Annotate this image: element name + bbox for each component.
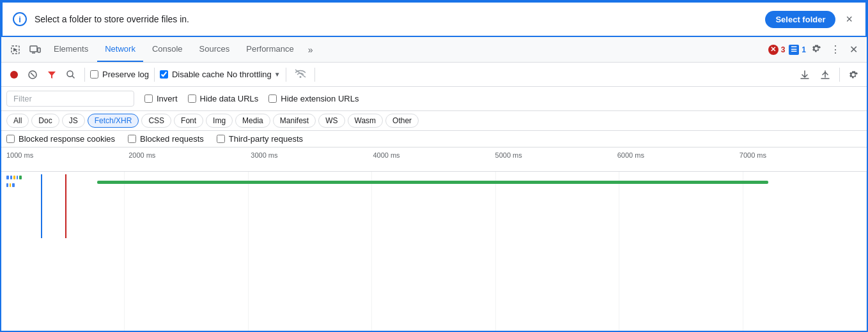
- filter-type-manifest[interactable]: Manifest: [273, 114, 316, 128]
- mini-bar2-2: [10, 183, 11, 187]
- toolbar-divider-2: [154, 68, 155, 82]
- more-options-button[interactable]: ⋮: [826, 41, 844, 58]
- select-folder-button[interactable]: Select folder: [765, 11, 835, 28]
- timeline-label-5: 6000 ms: [617, 151, 740, 159]
- info-badge: ☰ 1: [789, 45, 806, 55]
- tab-console[interactable]: Console: [144, 37, 190, 62]
- waterfall-grid: [1, 172, 867, 331]
- timeline-label-1: 2000 ms: [128, 151, 251, 159]
- filter-row: Invert Hide data URLs Hide extension URL…: [1, 87, 867, 111]
- timeline-label-0: 1000 ms: [6, 151, 128, 159]
- tab-sources[interactable]: Sources: [192, 37, 238, 62]
- waterfall-area: [1, 172, 867, 331]
- hide-data-urls-label[interactable]: Hide data URLs: [188, 94, 259, 103]
- disable-cache-checkbox[interactable]: [160, 70, 168, 79]
- wifi-icon: [294, 68, 307, 81]
- blocked-row: Blocked response cookies Blocked request…: [1, 131, 867, 147]
- filter-type-fetch_xhr[interactable]: Fetch/XHR: [88, 114, 139, 128]
- error-icon: ✕: [768, 45, 779, 55]
- settings-button[interactable]: [807, 41, 825, 59]
- info-icon: i: [13, 12, 27, 26]
- toolbar-divider-3: [286, 68, 286, 82]
- filter-type-ws[interactable]: WS: [318, 114, 345, 128]
- waterfall-col-6: [619, 172, 743, 331]
- cursor-icon-button[interactable]: [6, 42, 24, 57]
- svg-line-8: [72, 75, 75, 78]
- disable-cache-label[interactable]: Disable cache: [160, 70, 224, 79]
- filter-type-other[interactable]: Other: [385, 114, 419, 128]
- filter-type-media[interactable]: Media: [235, 114, 270, 128]
- throttle-select[interactable]: No throttling ▼: [227, 70, 281, 79]
- export-button[interactable]: [816, 66, 834, 83]
- mini-bar-3: [13, 176, 15, 179]
- toolbar: Preserve log Disable cache No throttling…: [1, 63, 867, 87]
- mini-bar-5: [19, 176, 22, 179]
- error-badge: ✕ 3: [768, 45, 786, 55]
- filter-type-css[interactable]: CSS: [141, 114, 171, 128]
- record-button[interactable]: [6, 68, 22, 82]
- toolbar-divider-1: [84, 68, 85, 82]
- mini-bars-row1: [6, 176, 32, 182]
- mini-bar-2: [10, 176, 12, 179]
- preserve-log-label[interactable]: Preserve log: [90, 70, 149, 79]
- waterfall-col-7: [743, 172, 867, 331]
- blocked-cookies-checkbox[interactable]: [6, 135, 15, 143]
- svg-rect-2: [38, 48, 40, 52]
- filter-type-img[interactable]: Img: [206, 114, 233, 128]
- filter-input[interactable]: [6, 91, 134, 107]
- hide-extension-urls-label[interactable]: Hide extension URLs: [268, 94, 359, 103]
- tab-bar: Elements Network Console Sources Perform…: [1, 37, 867, 63]
- svg-point-4: [10, 71, 18, 79]
- waterfall-col-1: [1, 172, 125, 331]
- filter-type-doc[interactable]: Doc: [31, 114, 59, 128]
- filter-type-js[interactable]: JS: [62, 114, 85, 128]
- toolbar-divider-5: [839, 68, 840, 82]
- devtools-window: i Select a folder to store override file…: [0, 0, 868, 332]
- timeline-label-3: 4000 ms: [373, 151, 495, 159]
- invert-label[interactable]: Invert: [144, 94, 178, 103]
- filter-type-font[interactable]: Font: [174, 114, 203, 128]
- mini-bar-4: [17, 176, 18, 179]
- filter-types-row: AllDocJSFetch/XHRCSSFontImgMediaManifest…: [1, 111, 867, 131]
- filter-type-all[interactable]: All: [6, 114, 29, 128]
- blocked-requests-checkbox[interactable]: [128, 135, 136, 143]
- filter-icon-button[interactable]: [43, 67, 60, 82]
- waterfall-col-5: [496, 172, 619, 331]
- import-button[interactable]: [796, 66, 814, 83]
- mini-bar2-3: [12, 183, 15, 187]
- filter-type-wasm[interactable]: Wasm: [348, 114, 384, 128]
- third-party-label[interactable]: Third-party requests: [217, 134, 303, 144]
- blocked-cookies-label[interactable]: Blocked response cookies: [6, 134, 115, 144]
- blocked-requests-label[interactable]: Blocked requests: [128, 134, 204, 144]
- mini-bars-row2: [6, 183, 32, 188]
- main-resource-bar: [97, 181, 768, 184]
- timeline-label-4: 5000 ms: [495, 151, 617, 159]
- tab-elements[interactable]: Elements: [46, 37, 96, 62]
- third-party-checkbox[interactable]: [217, 135, 225, 143]
- search-icon-button[interactable]: [63, 67, 79, 82]
- device-toggle-button[interactable]: [26, 42, 45, 57]
- svg-rect-1: [30, 46, 37, 52]
- tab-network[interactable]: Network: [97, 37, 143, 62]
- tab-performance[interactable]: Performance: [238, 37, 301, 62]
- banner: i Select a folder to store override file…: [1, 1, 867, 37]
- preserve-log-checkbox[interactable]: [90, 70, 98, 79]
- hide-extension-urls-checkbox[interactable]: [268, 94, 277, 103]
- banner-text: Select a folder to store override files …: [35, 14, 757, 24]
- hide-data-urls-checkbox[interactable]: [188, 94, 196, 103]
- mini-bar-1: [6, 176, 9, 179]
- banner-close-button[interactable]: ×: [843, 10, 855, 29]
- timeline-label-6: 7000 ms: [740, 151, 862, 159]
- clear-button[interactable]: [24, 67, 41, 82]
- close-devtools-button[interactable]: ✕: [846, 41, 862, 58]
- network-settings-button[interactable]: [845, 67, 862, 82]
- timeline-row: 1000 ms2000 ms3000 ms4000 ms5000 ms6000 …: [1, 147, 867, 172]
- waterfall-col-2: [125, 172, 248, 331]
- toolbar-divider-4: [314, 68, 315, 82]
- invert-checkbox[interactable]: [144, 94, 153, 103]
- waterfall-col-3: [249, 172, 372, 331]
- timeline-labels: 1000 ms2000 ms3000 ms4000 ms5000 ms6000 …: [1, 151, 867, 159]
- more-tabs-button[interactable]: »: [303, 42, 318, 57]
- mini-bar2-1: [6, 183, 8, 187]
- timeline-label-2: 3000 ms: [251, 151, 373, 159]
